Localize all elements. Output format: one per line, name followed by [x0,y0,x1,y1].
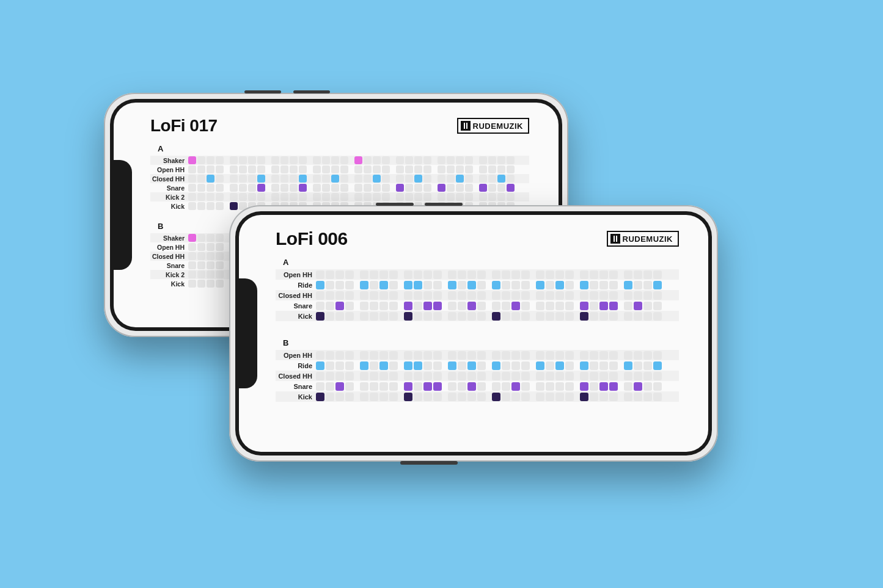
step-cell[interactable] [546,291,554,300]
step-cell[interactable] [653,312,662,321]
step-cell[interactable] [456,175,464,183]
step-cell[interactable] [502,361,510,370]
step-cell[interactable] [331,175,339,183]
step-cell[interactable] [507,156,515,164]
step-cell[interactable] [414,281,422,289]
step-cell[interactable] [438,156,445,164]
step-cell[interactable] [536,351,544,360]
step-cell[interactable] [271,156,279,164]
step-cell[interactable] [511,291,520,300]
step-cell[interactable] [521,291,530,300]
step-cell[interactable] [599,382,608,391]
step-cell[interactable] [290,184,298,192]
step-cell[interactable] [299,193,307,201]
step-cell[interactable] [207,193,214,201]
step-cell[interactable] [653,393,662,401]
step-cell[interactable] [521,351,530,360]
step-cell[interactable] [448,302,456,310]
step-cell[interactable] [414,193,422,201]
step-cell[interactable] [216,261,224,269]
step-cell[interactable] [521,312,530,321]
step-cell[interactable] [502,312,510,321]
step-cell[interactable] [580,270,588,279]
step-cell[interactable] [396,165,404,173]
step-cell[interactable] [197,175,205,183]
step-cell[interactable] [414,270,422,279]
step-cell[interactable] [497,184,505,192]
step-cell[interactable] [492,312,500,321]
step-cell[interactable] [396,193,404,201]
step-cell[interactable] [599,372,608,380]
step-cell[interactable] [414,302,422,310]
step-cell[interactable] [216,193,224,201]
step-cell[interactable] [335,382,344,391]
step-cell[interactable] [197,202,205,210]
step-cell[interactable] [423,270,432,279]
step-cell[interactable] [216,165,224,173]
step-cell[interactable] [477,351,486,360]
step-cell[interactable] [414,312,422,321]
step-cell[interactable] [389,270,398,279]
step-cell[interactable] [360,372,368,380]
step-cell[interactable] [433,361,442,370]
step-cell[interactable] [370,372,378,380]
step-cell[interactable] [389,382,398,391]
step-cell[interactable] [248,193,256,201]
step-cell[interactable] [379,270,388,279]
step-cell[interactable] [230,184,238,192]
step-cell[interactable] [207,184,214,192]
step-cell[interactable] [479,175,487,183]
step-cell[interactable] [502,270,510,279]
step-cell[interactable] [536,281,544,289]
step-cell[interactable] [448,393,456,401]
step-cell[interactable] [555,372,564,380]
step-cell[interactable] [188,175,196,183]
step-cell[interactable] [433,382,442,391]
step-cell[interactable] [188,202,196,210]
step-cell[interactable] [477,302,486,310]
step-cell[interactable] [382,184,390,192]
step-cell[interactable] [423,165,431,173]
step-cell[interactable] [345,361,354,370]
step-cell[interactable] [479,156,487,164]
step-cell[interactable] [389,393,398,401]
step-cell[interactable] [414,156,422,164]
step-cell[interactable] [197,261,205,269]
step-cell[interactable] [555,382,564,391]
step-cell[interactable] [590,312,598,321]
step-cell[interactable] [492,270,500,279]
step-cell[interactable] [188,243,196,251]
step-cell[interactable] [511,312,520,321]
step-cell[interactable] [465,156,473,164]
step-cell[interactable] [197,184,205,192]
step-cell[interactable] [423,312,432,321]
step-cell[interactable] [624,351,632,360]
step-cell[interactable] [414,351,422,360]
step-cell[interactable] [340,165,348,173]
step-cell[interactable] [643,302,652,310]
step-cell[interactable] [230,165,238,173]
step-cell[interactable] [458,312,466,321]
step-cell[interactable] [465,193,473,201]
step-cell[interactable] [590,361,598,370]
step-cell[interactable] [414,393,422,401]
step-cell[interactable] [360,361,368,370]
step-cell[interactable] [354,175,362,183]
step-cell[interactable] [354,193,362,201]
step-cell[interactable] [433,393,442,401]
step-cell[interactable] [555,393,564,401]
step-cell[interactable] [433,302,442,310]
step-cell[interactable] [511,281,520,289]
step-cell[interactable] [404,281,412,289]
step-cell[interactable] [389,351,398,360]
step-cell[interactable] [326,302,334,310]
step-cell[interactable] [382,193,390,201]
step-cell[interactable] [335,270,344,279]
step-cell[interactable] [546,270,554,279]
step-cell[interactable] [590,291,598,300]
step-cell[interactable] [257,184,265,192]
step-cell[interactable] [565,270,574,279]
step-cell[interactable] [565,372,574,380]
step-cell[interactable] [239,165,247,173]
step-cell[interactable] [360,302,368,310]
